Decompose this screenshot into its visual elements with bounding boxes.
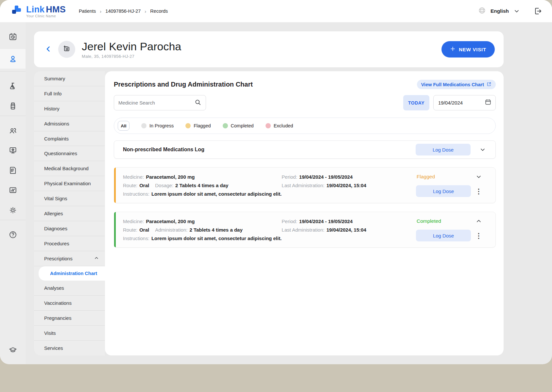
filter-excluded[interactable]: Excluded [266,123,293,128]
nav-item-vaccinations[interactable]: Vaccinations [34,296,105,311]
completed-dot-icon [223,123,228,128]
laboratory-icon[interactable] [6,79,20,93]
route-value: Oral [139,183,149,188]
breadcrumb-patient-id[interactable]: 14097856-HJ-27 [105,8,141,14]
medication-card-flagged: Medicine:Paracetamol, 200 mg Route:OralD… [114,167,496,203]
language-selector-label[interactable]: English [491,8,509,14]
status-filter-bar: All In Progress Flagged Completed [114,118,496,134]
route-value: Oral [139,227,149,233]
settings-gear-icon[interactable] [6,203,20,217]
filter-in-progress[interactable]: In Progress [141,123,174,128]
staff-icon[interactable] [6,123,20,138]
date-picker [433,95,496,110]
chevron-down-icon[interactable] [475,173,483,181]
breadcrumb-records[interactable]: Records [150,8,168,14]
nav-item-physical-examination[interactable]: Physical Examination [34,176,105,191]
education-icon[interactable] [6,343,20,357]
administration-value: 2 Tablets 4 times a day [189,227,242,233]
breadcrumb-patients[interactable]: Patients [79,8,96,14]
instructions-value: Lorem ipsum dolor sit amet, consectetur … [151,236,282,241]
status-badge: Completed [416,218,471,224]
chevron-up-icon[interactable] [475,217,483,225]
back-chevron-icon[interactable] [44,45,52,54]
page-title: Prescriptions and Drug Administration Ch… [114,81,253,88]
nav-item-procedures[interactable]: Procedures [34,236,105,251]
chevron-up-icon [94,255,99,262]
medicine-value: Paracetamol, 200 mg [146,219,195,224]
log-dose-button[interactable]: Log Dose [416,230,471,241]
nav-item-admissions[interactable]: Admissions [34,116,105,131]
billing-icon[interactable] [6,163,20,177]
new-visit-button[interactable]: NEW VISIT [441,41,495,57]
status-accent-bar [114,168,116,203]
period-value: 19/04/2024 - 19/05/2024 [299,219,353,224]
filter-completed[interactable]: Completed [223,123,254,128]
breadcrumb: Patients › 14097856-HJ-27 › Records [79,8,168,14]
kebab-menu-icon[interactable]: ⋮ [475,187,483,195]
nav-item-history[interactable]: History [34,101,105,116]
patients-icon[interactable] [6,52,20,66]
nav-item-questionnaires[interactable]: Questionnaires [34,146,105,161]
nav-item-prescriptions[interactable]: Prescriptions [34,251,105,266]
brand-logo: LinkHMS Your Clinic Name [10,4,66,18]
avatar[interactable] [58,41,75,58]
kebab-menu-icon[interactable]: ⋮ [475,232,483,239]
nav-item-complaints[interactable]: Complaints [34,131,105,146]
rail-divider [0,220,26,220]
icon-rail [0,22,26,364]
rail-active-row [0,49,26,69]
today-button[interactable]: TODAY [403,95,429,110]
patient-header-card: Jerel Kevin Parocha Male, 35, 14097856-H… [34,31,504,67]
brand-tagline: Your Clinic Name [26,14,66,18]
globe-icon [478,7,486,16]
nav-item-analyses[interactable]: Analyses [34,281,105,296]
log-dose-button[interactable]: Log Dose [416,144,471,155]
pharmacy-icon[interactable] [6,99,20,113]
nav-item-administration-chart: Administration Chart [34,266,105,281]
nav-item-services[interactable]: Services [34,341,105,355]
patient-name: Jerel Kevin Parocha [82,40,181,53]
nav-item-vital-signs[interactable]: Vital Signs [34,191,105,206]
nav-item-visits[interactable]: Visits [34,326,105,341]
calendar-icon[interactable] [485,99,492,107]
nav-item-pregnancies[interactable]: Pregnancies [34,311,105,326]
help-icon[interactable] [6,227,20,242]
top-bar: LinkHMS Your Clinic Name Patients › 1409… [0,0,552,22]
date-input[interactable] [438,100,477,106]
nav-item-medical-background[interactable]: Medical Background [34,161,105,176]
brand-name: LinkHMS [26,5,66,14]
last-administration-value: 19/04/2024, 15:04 [326,227,366,233]
patient-meta: Male, 35, 14097856-HJ-27 [82,54,181,59]
last-administration-value: 19/04/2024, 15:04 [326,183,366,188]
medicine-search-input[interactable] [118,100,194,106]
nav-item-summary[interactable]: Summary [34,71,105,86]
plus-icon [450,46,456,53]
excluded-dot-icon [266,123,271,128]
search-icon[interactable] [194,99,201,107]
filter-all-chip[interactable]: All [118,121,129,131]
chevron-down-icon[interactable] [479,146,487,154]
nav-item-diagnoses[interactable]: Diagnoses [34,221,105,236]
rail-divider [0,116,26,116]
nav-item-allergies[interactable]: Allergies [34,206,105,221]
schedule-calendar-icon[interactable] [6,29,20,44]
logout-icon[interactable] [534,7,542,15]
logo-cross-icon [10,4,23,18]
dosage-value: 2 Tablets 4 times a day [175,183,228,188]
log-dose-button[interactable]: Log Dose [416,185,471,197]
workstation-icon[interactable] [6,143,20,157]
filter-flagged[interactable]: Flagged [185,123,211,128]
view-full-medications-chart-link[interactable]: View Full Medications Chart [417,80,496,89]
nav-item-full-info[interactable]: Full Info [34,86,105,101]
language-chevron-down-icon[interactable] [513,8,520,14]
status-badge: Flagged [416,174,471,180]
rail-divider [0,71,26,72]
breadcrumb-separator: › [145,8,146,14]
medicine-value: Paracetamol, 200 mg [146,174,195,180]
reports-icon[interactable] [6,183,20,197]
period-value: 19/04/2024 - 19/05/2024 [299,174,353,180]
nav-item-administration-chart-active[interactable]: Administration Chart [39,266,105,281]
breadcrumb-separator: › [100,8,101,14]
add-photo-camera-icon [62,44,71,54]
medicine-search-box [114,95,206,110]
